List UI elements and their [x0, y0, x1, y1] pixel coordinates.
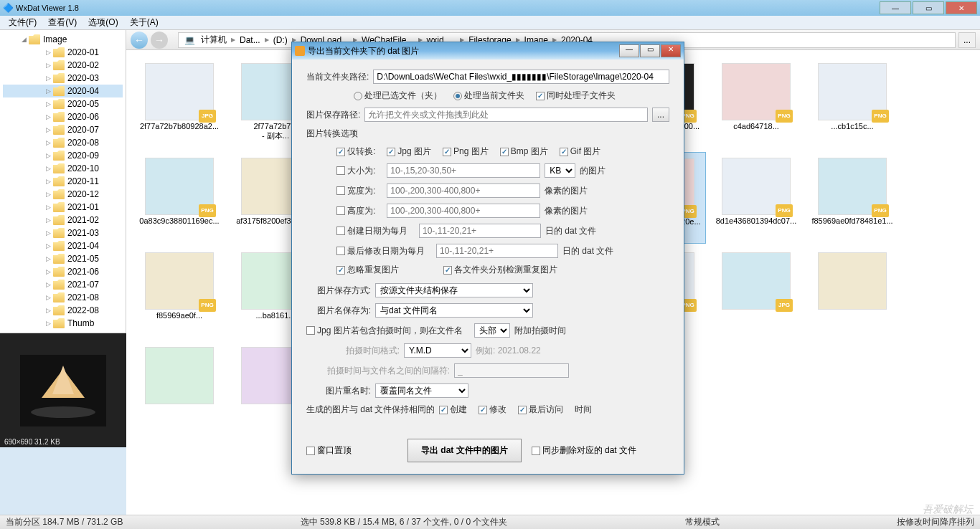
tree-item[interactable]: ▷2021-06 [3, 265, 123, 278]
tree-item[interactable]: ▷2020-01 [3, 46, 123, 59]
thumbnail-item[interactable] [806, 247, 898, 338]
thumbnail-item[interactable]: JPG2f77a72b7b80928a2... [133, 57, 225, 149]
radio-process-current[interactable]: 处理当前文件夹 [453, 90, 524, 102]
nav-forward-button[interactable]: → [151, 32, 168, 49]
check-size[interactable]: 大小为: [336, 165, 375, 177]
tree-item[interactable]: ▷2020-05 [3, 97, 123, 110]
check-mtime[interactable]: 最后修改日期为每月 [336, 245, 425, 257]
tree-item[interactable]: ▷2020-03 [3, 72, 123, 85]
thumbnail-item[interactable]: JPG [710, 247, 802, 338]
radio-process-selected[interactable]: 处理已选文件（夹） [354, 90, 442, 102]
tree-item[interactable]: ▷2020-08 [3, 136, 123, 149]
ctime-input[interactable] [419, 224, 541, 238]
tree-item[interactable]: ▷2021-07 [3, 278, 123, 291]
thumbnail-label: f85969ae0fd78481e1... [809, 216, 895, 225]
tree-item[interactable]: ▷2022-08 [3, 304, 123, 317]
save-path-input[interactable] [364, 108, 648, 122]
tree-item[interactable]: ▷2020-11 [3, 175, 123, 188]
check-ignore-dup[interactable]: 忽略重复图片 [336, 264, 399, 276]
nav-back-button[interactable]: ← [131, 32, 148, 49]
dialog-close-button[interactable]: ✕ [661, 44, 681, 57]
width-input[interactable] [387, 184, 540, 198]
check-jpg-time[interactable]: Jpg 图片若包含拍摄时间，则在文件名 [306, 325, 463, 337]
size-input[interactable] [387, 163, 540, 178]
check-sync-delete[interactable]: 同步删除对应的 dat 文件 [532, 444, 636, 457]
check-process-subdirs[interactable]: 同时处理子文件夹 [536, 90, 616, 102]
tree-item[interactable]: ▷2020-06 [3, 110, 123, 123]
check-keep-ctime[interactable]: 创建 [439, 404, 467, 416]
check-keep-mtime[interactable]: 修改 [479, 404, 507, 416]
breadcrumb-overflow[interactable]: ... [958, 32, 976, 48]
format-badge-icon: JPG [199, 110, 216, 123]
check-only-convert[interactable]: 仅转换: [336, 146, 375, 158]
breadcrumb-item[interactable]: 计算机 [198, 34, 230, 46]
thumbnail-label: 0a83c9c38801169ec... [136, 216, 222, 225]
check-ctime[interactable]: 创建日期为每月 [336, 225, 407, 237]
check-width[interactable]: 宽度为: [336, 185, 375, 197]
thumbnail-item[interactable] [133, 341, 225, 433]
keep-label: 生成的图片与 dat 文件保持相同的 [306, 404, 435, 416]
breadcrumb-item[interactable]: (D:) [270, 35, 291, 45]
menu-about[interactable]: 关于(A) [124, 15, 164, 30]
close-button[interactable]: ✕ [946, 1, 977, 14]
name-mode-select[interactable]: 与dat 文件同名 [375, 303, 533, 318]
tree-item[interactable]: ▷2020-09 [3, 149, 123, 162]
maximize-button[interactable]: ▭ [913, 1, 944, 14]
check-keep-atime[interactable]: 最后访问 [518, 404, 563, 416]
thumbnail-item[interactable]: PNGf85969ae0fd78481e1... [806, 152, 898, 244]
check-height[interactable]: 高度为: [336, 205, 375, 217]
thumbnail-item[interactable]: PNGc4ad64718... [710, 57, 802, 149]
dialog-title: 导出当前文件夹下的 dat 图片 [308, 45, 618, 57]
check-per-folder-dup[interactable]: 各文件夹分别检测重复图片 [443, 264, 557, 276]
thumbnail-item[interactable]: PNG...cb1c15c... [806, 57, 898, 149]
tree-item[interactable]: ▷2021-01 [3, 201, 123, 214]
mtime-input[interactable] [436, 244, 558, 258]
thumbnail-item[interactable]: PNG0a83c9c38801169ec... [133, 152, 225, 244]
size-unit-select[interactable]: KB [545, 163, 575, 178]
tree-item[interactable]: ▷2020-04 [3, 85, 123, 97]
tree-item[interactable]: ▷Thumb [3, 317, 123, 330]
thumbnail-item[interactable]: PNG8d1e436801394dc07... [710, 152, 802, 244]
format-badge-icon: JPG [776, 299, 793, 312]
export-button[interactable]: 导出 dat 文件中的图片 [407, 439, 522, 462]
tree-item[interactable]: ▷2020-02 [3, 59, 123, 72]
height-input[interactable] [387, 204, 540, 218]
format-badge-icon: PNG [872, 204, 889, 217]
check-gif[interactable]: Gif 图片 [560, 146, 601, 158]
save-mode-select[interactable]: 按源文件夹结构保存 [375, 283, 533, 297]
check-png[interactable]: Png 图片 [443, 146, 489, 158]
browse-button[interactable]: ... [652, 108, 669, 122]
thumbnail-label: c4ad64718... [713, 122, 799, 130]
tree-item[interactable]: ▷2021-04 [3, 239, 123, 252]
jpg-time-pos-select[interactable]: 头部 [474, 323, 510, 338]
tree-item[interactable]: ▷2021-02 [3, 214, 123, 227]
check-topmost[interactable]: 窗口置顶 [306, 444, 352, 457]
folder-tree[interactable]: ◢Image▷2020-01▷2020-02▷2020-03▷2020-04▷2… [0, 30, 126, 333]
format-badge-icon: PNG [776, 204, 793, 217]
tree-item[interactable]: ▷2021-05 [3, 252, 123, 265]
tree-item[interactable]: ▷2021-03 [3, 227, 123, 239]
dialog-maximize-button[interactable]: ▭ [640, 44, 660, 57]
tree-root[interactable]: ◢Image [3, 33, 123, 46]
dialog-minimize-button[interactable]: — [619, 44, 639, 57]
check-bmp[interactable]: Bmp 图片 [500, 146, 548, 158]
tree-item[interactable]: ▷2021-08 [3, 291, 123, 304]
tree-item[interactable]: ▷2020-07 [3, 123, 123, 136]
menu-view[interactable]: 查看(V) [42, 15, 83, 30]
menu-file[interactable]: 文件(F) [3, 15, 42, 30]
breadcrumb-item[interactable]: Dat... [237, 35, 263, 45]
format-badge-icon: PNG [199, 299, 216, 312]
tree-item[interactable]: ▷2020-12 [3, 188, 123, 201]
tree-item[interactable]: ▷2020-10 [3, 162, 123, 175]
rename-select[interactable]: 覆盖同名文件 [375, 383, 468, 398]
thumbnail-label: ...cb1c15c... [809, 122, 895, 130]
minimize-button[interactable]: — [880, 1, 911, 14]
current-path-label: 当前文件夹路径: [306, 71, 369, 83]
check-jpg[interactable]: Jpg 图片 [387, 146, 431, 158]
menu-options[interactable]: 选项(O) [83, 15, 123, 30]
status-left: 当前分区 184.7 MB / 731.2 GB [6, 516, 123, 528]
thumbnail-item[interactable]: PNGf85969ae0f... [133, 247, 225, 338]
current-path-input[interactable] [373, 70, 669, 84]
dialog-titlebar[interactable]: 导出当前文件夹下的 dat 图片 — ▭ ✕ [292, 42, 684, 59]
rename-label: 图片重名时: [306, 385, 371, 397]
